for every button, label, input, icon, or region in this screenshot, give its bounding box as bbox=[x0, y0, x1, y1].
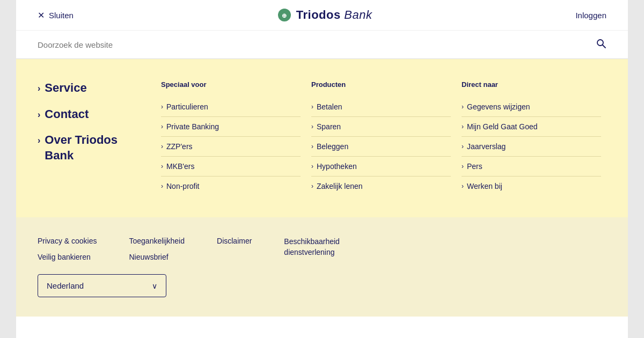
nav-col-speciaal: Speciaal voor › Particulieren › Private … bbox=[156, 80, 306, 196]
nav-item-hypotheken[interactable]: › Hypotheken bbox=[311, 157, 451, 177]
chevron-icon: › bbox=[38, 135, 40, 146]
logo: ⊕ Triodos Bank bbox=[277, 8, 372, 23]
nav-left: › Service › Contact › Over Triodos Bank bbox=[38, 80, 156, 196]
chevron-icon: › bbox=[462, 123, 464, 130]
nav-service-label: Service bbox=[45, 80, 86, 96]
nav-col-direct: Direct naar › Gegevens wijzigen › Mijn G… bbox=[456, 80, 606, 196]
login-button[interactable]: Inloggen bbox=[575, 11, 606, 20]
close-label: Sluiten bbox=[49, 11, 74, 20]
chevron-icon: › bbox=[161, 143, 163, 150]
nav-item-non-profit[interactable]: › Non-profit bbox=[161, 177, 301, 196]
nav-item-werken-bij[interactable]: › Werken bij bbox=[462, 177, 601, 196]
nav-col-speciaal-header: Speciaal voor bbox=[161, 80, 301, 89]
nav-col-direct-header: Direct naar bbox=[462, 80, 601, 89]
chevron-icon: › bbox=[311, 163, 313, 170]
header: ✕ Sluiten ⊕ Triodos Bank Inloggen bbox=[16, 0, 628, 31]
search-bar bbox=[16, 31, 628, 59]
chevron-icon: › bbox=[38, 109, 40, 121]
nav-item-zakelijk-lenen[interactable]: › Zakelijk lenen bbox=[311, 177, 451, 196]
logo-icon: ⊕ bbox=[277, 8, 292, 23]
language-selector[interactable]: Nederland ∨ bbox=[38, 274, 166, 297]
nav-columns: Speciaal voor › Particulieren › Private … bbox=[156, 80, 606, 196]
chevron-icon: › bbox=[38, 83, 40, 94]
footer-link-beschikbaarheid[interactable]: Beschikbaarheiddienstverlening bbox=[284, 237, 340, 258]
chevron-icon: › bbox=[161, 103, 163, 111]
close-button[interactable]: ✕ Sluiten bbox=[38, 10, 74, 20]
chevron-icon: › bbox=[462, 182, 464, 190]
nav-item-beleggen[interactable]: › Beleggen bbox=[311, 137, 451, 157]
nav-item-gegevens[interactable]: › Gegevens wijzigen bbox=[462, 97, 601, 117]
footer-links: Privacy & cookies Veilig bankieren Toega… bbox=[38, 237, 606, 261]
chevron-icon: › bbox=[462, 103, 464, 111]
footer-link-privacy[interactable]: Privacy & cookies bbox=[38, 237, 97, 245]
language-value: Nederland bbox=[47, 281, 84, 290]
footer-area: Privacy & cookies Veilig bankieren Toega… bbox=[16, 217, 628, 317]
footer-col-3: Disclaimer bbox=[217, 237, 252, 261]
nav-contact-label: Contact bbox=[45, 107, 89, 122]
nav-over-label: Over Triodos Bank bbox=[45, 133, 145, 163]
footer-col-4: Beschikbaarheiddienstverlening bbox=[284, 237, 340, 261]
nav-contact[interactable]: › Contact bbox=[38, 107, 145, 122]
svg-point-2 bbox=[597, 40, 603, 46]
search-icon[interactable] bbox=[596, 38, 606, 51]
language-selector-wrapper: Nederland ∨ bbox=[38, 274, 606, 297]
nav-col-producten-header: Producten bbox=[311, 80, 451, 89]
nav-over-triodos[interactable]: › Over Triodos Bank bbox=[38, 133, 145, 163]
chevron-icon: › bbox=[462, 163, 464, 170]
nav-item-sparen[interactable]: › Sparen bbox=[311, 117, 451, 137]
nav-item-betalen[interactable]: › Betalen bbox=[311, 97, 451, 117]
footer-col-2: Toegankelijkheid Nieuwsbrief bbox=[129, 237, 185, 261]
svg-text:⊕: ⊕ bbox=[282, 12, 287, 19]
chevron-down-icon: ∨ bbox=[152, 282, 157, 290]
logo-text: Triodos Bank bbox=[296, 8, 372, 22]
chevron-icon: › bbox=[311, 103, 313, 111]
nav-col-producten: Producten › Betalen › Sparen › Beleggen … bbox=[306, 80, 456, 196]
nav-area: › Service › Contact › Over Triodos Bank … bbox=[16, 59, 628, 217]
nav-item-zzpers[interactable]: › ZZP'ers bbox=[161, 137, 301, 157]
chevron-icon: › bbox=[161, 163, 163, 170]
footer-link-toegankelijkheid[interactable]: Toegankelijkheid bbox=[129, 237, 185, 245]
nav-item-mijn-geld[interactable]: › Mijn Geld Gaat Goed bbox=[462, 117, 601, 137]
chevron-icon: › bbox=[311, 143, 313, 150]
chevron-icon: › bbox=[462, 143, 464, 150]
chevron-icon: › bbox=[311, 123, 313, 130]
footer-col-1: Privacy & cookies Veilig bankieren bbox=[38, 237, 97, 261]
footer-link-nieuwsbrief[interactable]: Nieuwsbrief bbox=[129, 253, 185, 261]
search-input[interactable] bbox=[38, 40, 596, 49]
nav-item-private-banking[interactable]: › Private Banking bbox=[161, 117, 301, 137]
chevron-icon: › bbox=[161, 123, 163, 130]
footer-link-disclaimer[interactable]: Disclaimer bbox=[217, 237, 252, 245]
footer-link-veilig[interactable]: Veilig bankieren bbox=[38, 253, 97, 261]
chevron-icon: › bbox=[161, 182, 163, 190]
nav-service[interactable]: › Service bbox=[38, 80, 145, 96]
close-icon: ✕ bbox=[38, 10, 45, 20]
nav-item-pers[interactable]: › Pers bbox=[462, 157, 601, 177]
svg-line-3 bbox=[603, 45, 605, 48]
nav-item-jaarverslag[interactable]: › Jaarverslag bbox=[462, 137, 601, 157]
nav-item-mkbers[interactable]: › MKB'ers bbox=[161, 157, 301, 177]
chevron-icon: › bbox=[311, 182, 313, 190]
nav-item-particulieren[interactable]: › Particulieren bbox=[161, 97, 301, 117]
